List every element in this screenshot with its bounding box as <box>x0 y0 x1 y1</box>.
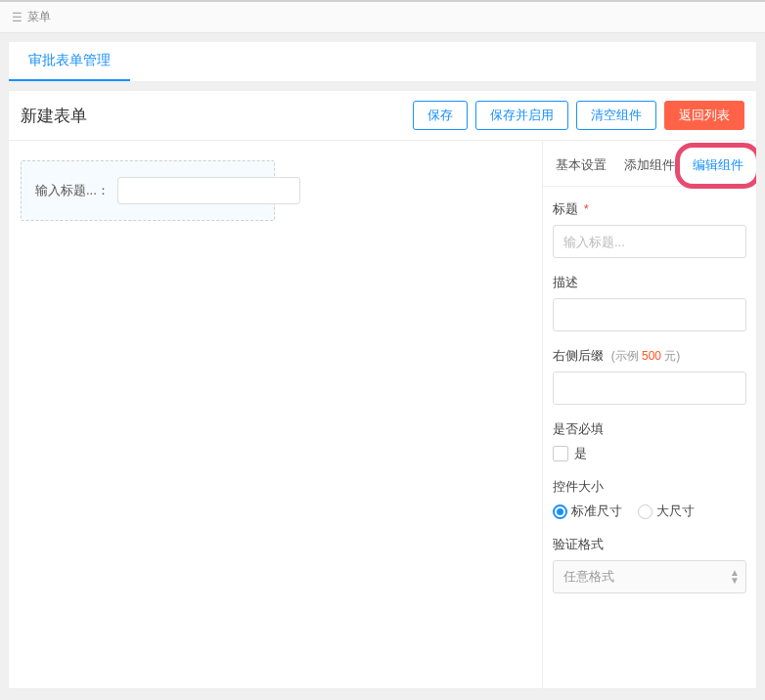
size-lg-text: 大尺寸 <box>656 503 695 520</box>
field-size: 控件大小 标准尺寸 大尺寸 <box>553 478 746 520</box>
required-checkbox-row[interactable]: 是 <box>553 445 746 462</box>
tab-add-component[interactable]: 添加组件 <box>615 151 684 186</box>
field-suffix: 右侧后缀 (示例 500 元) <box>553 347 746 405</box>
size-radio-group: 标准尺寸 大尺寸 <box>553 503 746 520</box>
form-builder-card: 新建表单 保存 保存并启用 清空组件 返回列表 输入标题...： 基本设置 添加… <box>8 90 757 689</box>
suffix-hint-prefix: (示例 <box>611 349 642 363</box>
clear-components-button[interactable]: 清空组件 <box>576 101 656 130</box>
page-tab-bar: 审批表单管理 <box>8 41 757 82</box>
radio-unchecked-icon[interactable] <box>638 504 652 519</box>
required-star-icon: * <box>584 201 589 216</box>
validate-select-wrap[interactable]: 任意格式 ▲▼ <box>553 560 746 593</box>
suffix-label-text: 右侧后缀 <box>553 348 604 363</box>
desc-label: 描述 <box>553 274 746 291</box>
top-menu-bar: ☰ 菜单 <box>0 0 765 33</box>
save-enable-button[interactable]: 保存并启用 <box>475 101 568 130</box>
size-label: 控件大小 <box>553 478 746 496</box>
title-label: 标题 * <box>553 200 746 218</box>
field-validate: 验证格式 任意格式 ▲▼ <box>553 536 746 593</box>
save-button[interactable]: 保存 <box>413 101 468 130</box>
required-checkbox[interactable] <box>553 446 568 461</box>
sidepanel-tabs: 基本设置 添加组件 编辑组件 <box>543 151 756 187</box>
toolbar-buttons: 保存 保存并启用 清空组件 返回列表 <box>413 101 744 130</box>
suffix-hint-unit: 元) <box>661 349 680 363</box>
hamburger-icon[interactable]: ☰ <box>12 11 22 24</box>
form-canvas[interactable]: 输入标题...： <box>9 141 543 688</box>
field-title: 标题 * <box>553 200 746 258</box>
size-std-text: 标准尺寸 <box>571 503 622 520</box>
tab-basic-settings[interactable]: 基本设置 <box>547 151 615 186</box>
required-label: 是否必填 <box>553 420 746 438</box>
validate-select[interactable]: 任意格式 <box>553 560 746 593</box>
validate-label: 验证格式 <box>553 536 746 553</box>
size-lg-option[interactable]: 大尺寸 <box>638 503 695 520</box>
desc-input[interactable] <box>553 298 746 331</box>
top-menu-label[interactable]: 菜单 <box>27 9 51 25</box>
back-to-list-button[interactable]: 返回列表 <box>664 101 744 130</box>
suffix-hint-num: 500 <box>642 349 661 363</box>
size-std-option[interactable]: 标准尺寸 <box>553 503 622 520</box>
field-required: 是否必填 是 <box>553 420 746 462</box>
title-label-text: 标题 <box>553 201 578 216</box>
widget-label: 输入标题...： <box>35 182 110 199</box>
side-panel: 基本设置 添加组件 编辑组件 标题 * 描述 <box>543 141 756 688</box>
validate-selected-text: 任意格式 <box>563 568 614 586</box>
radio-checked-icon[interactable] <box>553 504 567 519</box>
card-body: 输入标题...： 基本设置 添加组件 编辑组件 标题 * <box>9 141 756 688</box>
tab-approval-form-mgmt[interactable]: 审批表单管理 <box>9 42 130 81</box>
canvas-title-widget[interactable]: 输入标题...： <box>21 160 275 221</box>
tab-label: 审批表单管理 <box>28 52 111 69</box>
widget-input[interactable] <box>117 177 300 204</box>
suffix-label: 右侧后缀 (示例 500 元) <box>553 347 746 365</box>
card-title: 新建表单 <box>21 105 87 127</box>
suffix-input[interactable] <box>553 372 746 405</box>
suffix-hint: (示例 500 元) <box>611 349 681 363</box>
title-input[interactable] <box>553 225 746 258</box>
tab-edit-component[interactable]: 编辑组件 <box>684 151 752 186</box>
field-description: 描述 <box>553 274 746 331</box>
tab-edit-label: 编辑组件 <box>693 157 743 172</box>
card-header: 新建表单 保存 保存并启用 清空组件 返回列表 <box>9 91 756 141</box>
required-option-text: 是 <box>574 445 587 462</box>
